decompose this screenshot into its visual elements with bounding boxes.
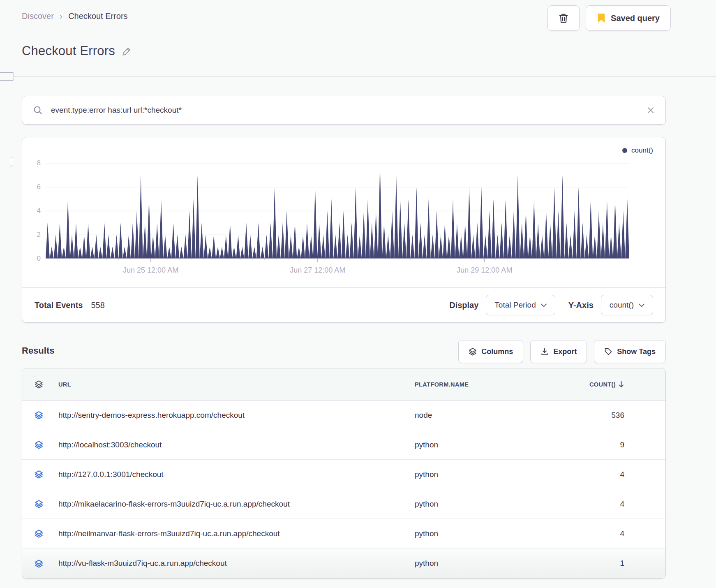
search-bar[interactable]: event.type:error has:url url:*checkout*: [22, 96, 666, 125]
platform-cell: python: [415, 500, 563, 509]
breadcrumb: Discover › Checkout Errors: [22, 12, 128, 21]
columns-button[interactable]: Columns: [458, 340, 523, 363]
header-actions: Saved query: [547, 5, 671, 31]
count-cell: 1: [563, 559, 624, 568]
chart-legend[interactable]: count(): [622, 146, 653, 155]
layers-icon: [469, 347, 477, 356]
layers-icon[interactable]: [35, 380, 58, 389]
display-label: Display: [449, 301, 478, 310]
total-events: Total Events 558: [35, 301, 105, 310]
table-row[interactable]: http://mikaelacarino-flask-errors-m3uuiz…: [22, 489, 665, 519]
saved-query-button[interactable]: Saved query: [586, 5, 671, 31]
count-cell: 9: [563, 440, 624, 449]
yaxis-dropdown[interactable]: count(): [601, 295, 653, 315]
layers-icon[interactable]: [35, 411, 58, 419]
results-table: URL PLATFORM.NAME COUNT() http://sentry-…: [22, 368, 666, 579]
count-cell: 4: [563, 500, 624, 509]
delete-query-button[interactable]: [547, 5, 580, 31]
layers-icon[interactable]: [35, 559, 58, 568]
legend-dot-icon: [622, 148, 627, 153]
yaxis-label: Y-Axis: [568, 301, 594, 310]
y-tick-label: 4: [37, 207, 41, 215]
chevron-right-icon: ›: [60, 12, 62, 21]
breadcrumb-discover-link[interactable]: Discover: [22, 12, 54, 21]
display-dropdown[interactable]: Total Period: [486, 295, 555, 315]
url-cell[interactable]: http://127.0.0.1:3001/checkout: [58, 470, 415, 479]
layers-icon[interactable]: [35, 470, 58, 479]
platform-cell: python: [415, 440, 563, 449]
download-icon: [540, 347, 549, 356]
clear-search-button[interactable]: [647, 106, 655, 114]
trash-icon: [558, 13, 569, 23]
platform-cell: python: [415, 559, 563, 568]
breadcrumb-current: Checkout Errors: [68, 12, 128, 21]
chart-footer: Total Events 558 Display Total Period Y-…: [22, 287, 665, 322]
table-row[interactable]: http://127.0.0.1:3001/checkout python 4: [22, 460, 665, 489]
chart-area-series: [46, 162, 629, 264]
column-header-url[interactable]: URL: [58, 381, 415, 388]
total-events-value: 558: [91, 301, 104, 310]
url-cell[interactable]: http://sentry-demos-express.herokuapp.co…: [58, 411, 415, 420]
display-dropdown-value: Total Period: [494, 301, 536, 310]
legend-label: count(): [631, 146, 653, 155]
url-cell[interactable]: http://localhost:3003/checkout: [58, 440, 415, 449]
table-row[interactable]: http://vu-flask-m3uuizd7iq-uc.a.run.app/…: [22, 549, 665, 578]
count-cell: 4: [563, 529, 624, 538]
url-cell[interactable]: http://vu-flask-m3uuizd7iq-uc.a.run.app/…: [58, 559, 415, 568]
export-button-label: Export: [553, 347, 577, 356]
header-divider: [0, 76, 716, 77]
sidebar-collapse-handle[interactable]: [0, 72, 14, 81]
x-tick-label: Jun 25 12:00 AM: [123, 266, 178, 275]
table-row[interactable]: http://sentry-demos-express.herokuapp.co…: [22, 400, 665, 430]
platform-cell: python: [415, 470, 563, 479]
edit-title-pencil-icon[interactable]: [122, 46, 132, 56]
column-header-count[interactable]: COUNT(): [563, 381, 624, 388]
show-tags-button-label: Show Tags: [617, 347, 656, 356]
layers-icon[interactable]: [35, 529, 58, 538]
discover-saved-query-page: Discover › Checkout Errors Saved query C…: [0, 0, 716, 588]
y-tick-label: 8: [37, 159, 41, 167]
url-cell[interactable]: http://neilmanvar-flask-errors-m3uuizd7i…: [58, 529, 415, 538]
columns-button-label: Columns: [481, 347, 513, 356]
platform-cell: node: [415, 411, 563, 420]
events-chart-panel: count() 02468 Jun 25 12:00 AMJun 27 12:0…: [22, 137, 666, 323]
chart-controls: Display Total Period Y-Axis count(): [443, 295, 653, 315]
y-tick-label: 6: [37, 183, 41, 191]
saved-query-label: Saved query: [611, 14, 660, 23]
results-heading: Results: [22, 345, 54, 356]
page-title: Checkout Errors: [22, 44, 115, 58]
table-header: URL PLATFORM.NAME COUNT(): [22, 368, 665, 400]
show-tags-button[interactable]: Show Tags: [594, 340, 666, 363]
layers-icon[interactable]: [35, 440, 58, 449]
search-icon: [33, 105, 43, 115]
export-button[interactable]: Export: [530, 340, 587, 363]
y-tick-label: 0: [37, 255, 41, 263]
x-tick-label: Jun 27 12:00 AM: [290, 266, 345, 275]
column-header-platform[interactable]: PLATFORM.NAME: [415, 381, 563, 388]
chevron-down-icon: [639, 303, 644, 307]
tag-icon: [604, 347, 612, 356]
url-cell[interactable]: http://mikaelacarino-flask-errors-m3uuiz…: [58, 500, 415, 509]
layers-icon[interactable]: [35, 500, 58, 508]
platform-cell: python: [415, 529, 563, 538]
x-tick-label: Jun 29 12:00 AM: [457, 266, 512, 275]
bookmark-icon: [597, 13, 606, 23]
search-query-input[interactable]: event.type:error has:url url:*checkout*: [51, 106, 638, 115]
scroll-handle[interactable]: [10, 157, 13, 167]
count-cell: 4: [563, 470, 624, 479]
chevron-down-icon: [541, 303, 547, 307]
yaxis-dropdown-value: count(): [610, 301, 634, 310]
table-row[interactable]: http://localhost:3003/checkout python 9: [22, 430, 665, 460]
close-icon: [647, 106, 655, 114]
y-tick-label: 2: [37, 231, 41, 239]
count-cell: 536: [563, 411, 624, 420]
page-title-row: Checkout Errors: [22, 44, 132, 58]
sort-desc-arrow-icon: [618, 381, 624, 388]
results-actions: Columns Export Show Tags: [458, 340, 666, 363]
table-row[interactable]: http://neilmanvar-flask-errors-m3uuizd7i…: [22, 519, 665, 549]
chart-plot[interactable]: 02468 Jun 25 12:00 AMJun 27 12:00 AMJun …: [46, 162, 629, 259]
total-events-label: Total Events: [35, 301, 83, 310]
column-header-count-label: COUNT(): [589, 381, 616, 388]
